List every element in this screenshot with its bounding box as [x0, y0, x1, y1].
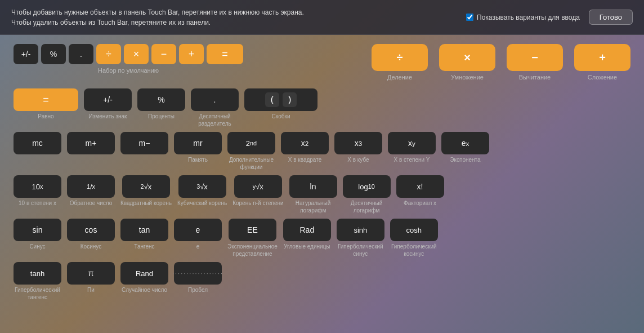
show-input-checkbox[interactable]: [466, 14, 473, 21]
default-set-btn-plus[interactable]: +: [179, 44, 204, 64]
cosh-label: Гиперболический косинус: [391, 243, 437, 257]
default-set-label: Набор по умолчанию: [98, 67, 159, 74]
xy-cell: xy Х в степени Y: [388, 132, 436, 163]
default-set-btn-percent[interactable]: %: [41, 44, 66, 64]
rad-button[interactable]: Rad: [283, 219, 331, 241]
factorial-label: Факториал х: [404, 199, 436, 207]
rand-button[interactable]: Rand: [120, 262, 168, 285]
brackets-button[interactable]: ( ): [244, 88, 317, 111]
space-cell: ·················· Пробел: [174, 262, 222, 294]
e-button[interactable]: e: [174, 219, 222, 241]
inv-button[interactable]: 1/x: [67, 175, 115, 198]
log10-cell: log10 Десятичный логарифм: [343, 175, 391, 214]
subtract-label: Вычитание: [519, 74, 551, 81]
tan-cell: tan Тангенс: [120, 219, 168, 250]
ee-button[interactable]: EE: [229, 219, 276, 241]
e-label: е: [196, 243, 200, 250]
sqrt3-cell: 3√x Кубический корень: [177, 175, 227, 207]
multiply-button[interactable]: ×: [439, 44, 495, 71]
default-set-btn-equals[interactable]: =: [207, 44, 243, 64]
brackets-label: Скобки: [272, 113, 290, 120]
mr-cell-btn: mr Память: [174, 132, 222, 163]
rad-cell: Rad Угловые единицы: [283, 219, 331, 250]
xy-button[interactable]: xy: [388, 132, 436, 154]
brackets-cell: ( ) Скобки: [244, 88, 317, 120]
add-item: + Сложение: [574, 44, 630, 81]
tan-label: Тангенс: [134, 243, 154, 250]
add-button[interactable]: +: [574, 44, 630, 71]
equals-button[interactable]: =: [14, 88, 78, 111]
cosh-cell: cosh Гиперболический косинус: [390, 219, 438, 257]
cosh-button[interactable]: cosh: [390, 219, 438, 241]
sin-button[interactable]: sin: [14, 219, 61, 241]
mminus-button[interactable]: m−: [120, 132, 168, 154]
cos-label: Косинус: [80, 243, 101, 250]
default-set-btn-divide[interactable]: ÷: [96, 44, 121, 64]
ln-cell: ln Натуральный логарифм: [289, 175, 337, 214]
divide-label: Деление: [387, 74, 412, 81]
default-set-btn-multiply[interactable]: ×: [124, 44, 149, 64]
2nd-label: Дополнительные функции: [229, 156, 274, 171]
cos-button[interactable]: cos: [67, 219, 115, 241]
e-cell: e е: [174, 219, 222, 250]
ex-label: Экспонента: [450, 156, 480, 163]
show-input-checkbox-label[interactable]: Показывать варианты для ввода: [466, 14, 580, 21]
factorial-cell: x! Факториал х: [396, 175, 444, 207]
ee-cell: EE Экспоненциальное представление: [227, 219, 278, 257]
tanh-label: Гиперболический тангенс: [15, 286, 60, 301]
default-set-btn-dot[interactable]: .: [69, 44, 93, 64]
x2-button[interactable]: x2: [281, 132, 329, 154]
default-set-buttons: +/- % . ÷ × − + =: [14, 44, 243, 64]
mplus-button[interactable]: m+: [67, 132, 115, 154]
tan-button[interactable]: tan: [120, 219, 168, 241]
subtract-item: − Вычитание: [507, 44, 563, 81]
default-set-btn-plusminus[interactable]: +/-: [14, 44, 38, 64]
sqrt2-button[interactable]: 2√x: [122, 175, 170, 198]
sinh-button[interactable]: sinh: [337, 219, 384, 241]
mr-button[interactable]: mr: [174, 132, 222, 154]
change-sign-button[interactable]: +/-: [84, 88, 132, 111]
tanh-button[interactable]: tanh: [14, 262, 61, 285]
decimal-cell: . Десятичный разделитель: [191, 88, 239, 127]
tanh-cell: tanh Гиперболический тангенс: [14, 262, 61, 301]
ex-button[interactable]: ex: [441, 132, 489, 154]
mc-cell: mc: [14, 132, 61, 154]
sinh-cell: sinh Гиперболический синус: [337, 219, 384, 257]
sqrtn-button[interactable]: y√x: [234, 175, 282, 198]
x3-button[interactable]: x3: [334, 132, 382, 154]
divide-button[interactable]: ÷: [372, 44, 428, 71]
2nd-button[interactable]: 2nd: [227, 132, 275, 154]
percent-label: Проценты: [148, 113, 175, 120]
ln-label: Натуральный логарифм: [296, 199, 331, 214]
space-button[interactable]: ··················: [174, 262, 222, 285]
2nd-cell: 2nd Дополнительные функции: [227, 132, 275, 171]
instruction-text: Чтобы добавить нужные объекты в панель T…: [11, 7, 466, 28]
sqrtn-label: Корень n-й степени: [232, 199, 283, 207]
sqrt3-button[interactable]: 3√x: [178, 175, 226, 198]
pi-cell: π Пи: [67, 262, 115, 294]
individual-buttons: ÷ Деление × Умножение − Вычитание + Слож…: [372, 44, 630, 81]
mc-button[interactable]: mc: [14, 132, 61, 154]
log10-button[interactable]: log10: [343, 175, 391, 198]
10x-button[interactable]: 10x: [14, 175, 61, 198]
percent-button[interactable]: %: [137, 88, 185, 111]
decimal-button[interactable]: .: [191, 88, 239, 111]
sin-label: Синус: [29, 243, 45, 250]
top-bar: Чтобы добавить нужные объекты в панель T…: [0, 0, 644, 35]
subtract-button[interactable]: −: [507, 44, 563, 71]
pi-label: Пи: [87, 286, 95, 294]
ee-label: Экспоненциальное представление: [227, 243, 278, 257]
done-button[interactable]: Готово: [589, 10, 633, 25]
multiply-label: Умножение: [451, 74, 484, 81]
default-set-btn-minus[interactable]: −: [151, 44, 176, 64]
equals-cell: = Равно: [14, 88, 78, 120]
default-set-group: +/- % . ÷ × − + = Набор по умолчанию: [14, 44, 243, 74]
ln-button[interactable]: ln: [289, 175, 337, 198]
10x-label: 10 в степени х: [19, 199, 56, 207]
sqrt3-label: Кубический корень: [177, 199, 227, 207]
pi-button[interactable]: π: [67, 262, 115, 285]
sqrt2-label: Квадратный корень: [120, 199, 172, 207]
inv-label: Обратное число: [70, 199, 113, 207]
sqrt2-cell: 2√x Квадратный корень: [120, 175, 172, 207]
factorial-button[interactable]: x!: [396, 175, 444, 198]
